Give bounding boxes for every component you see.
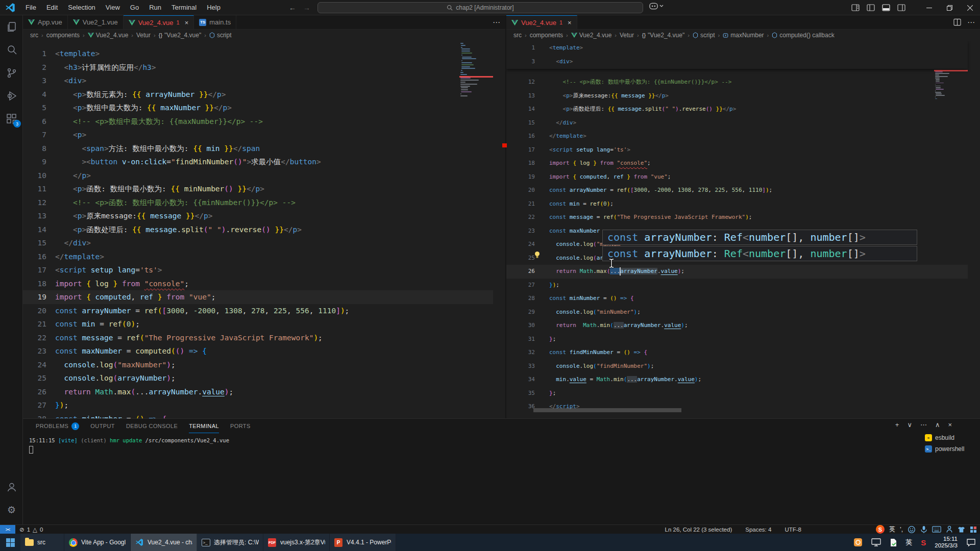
code-line[interactable]: 1<template> [23,47,493,61]
breadcrumb-src[interactable]: src [30,32,38,39]
toggle-panel-icon[interactable] [882,4,890,12]
tab-app-vue[interactable]: App.vue [23,15,68,29]
code-line[interactable]: 22const message = ref("The Progressive J… [23,331,493,345]
search-view-icon[interactable] [0,38,23,61]
code-line[interactable]: 28const minNumber = () => { [506,292,968,306]
remote-indicator[interactable]: >< [0,525,15,534]
close-panel-icon[interactable]: × [948,421,952,429]
cursor-position[interactable]: Ln 26, Col 22 (3 selected) [665,527,732,533]
breadcrumb-quoted-file[interactable]: {}"Vue2_4.vue" [642,32,685,39]
ime-punctuation-toggle[interactable]: ’, [900,526,903,533]
split-editor-icon[interactable] [953,18,961,26]
menu-file[interactable]: File [21,2,40,13]
sogou-logo-icon[interactable]: S [876,525,885,534]
code-line[interactable]: 31}; [506,333,968,346]
code-line[interactable]: 18import { log } from "console"; [506,157,968,170]
code-line[interactable]: 25 console.log(arrayNumber); [23,371,493,385]
code-line[interactable]: 11 <p>函数: 数组中最小数为: {{ minNumber() }}</p> [23,182,493,196]
breadcrumb-components[interactable]: components [530,32,563,39]
taskbar-console[interactable]: >_ 选择管理员: C:\Wi... [197,534,263,551]
copilot-button[interactable] [649,3,664,10]
menu-selection[interactable]: Selection [64,2,99,13]
command-center-search[interactable]: chap2 [Administrator] [317,2,643,13]
code-line[interactable]: 9 ><button v-on:click="findMinNumber()">… [23,155,493,169]
breadcrumb-src[interactable]: src [513,32,522,39]
code-line[interactable]: 4 <p>数组元素为: {{ arrayNumber }}</p> [23,88,493,102]
tab-problems[interactable]: PROBLEMS1 [36,419,79,433]
terminal-dropdown-icon[interactable]: ∨ [907,421,912,429]
indentation[interactable]: Spaces: 4 [745,527,771,533]
explorer-icon[interactable] [0,15,23,38]
tray-sogou-icon[interactable]: S [921,538,926,547]
menu-help[interactable]: Help [203,2,225,13]
microphone-icon[interactable] [920,525,927,534]
breadcrumb-maxnumber[interactable]: maxNumber [723,32,764,39]
taskbar-pdf[interactable]: PDF vuejs3.x-第2章Vue... [263,534,330,551]
encoding[interactable]: UTF-8 [785,527,801,533]
quick-fix-lightbulb-icon[interactable] [534,251,541,259]
code-line[interactable]: 20const arrayNumber = ref([3000, -2000, … [506,184,968,197]
code-line[interactable]: 33 console.log("findMinNumber"); [506,360,968,373]
code-line[interactable]: 18import { log } from "console"; [23,277,493,291]
taskbar-explorer-src[interactable]: src [20,534,64,551]
tray-app-icon[interactable] [853,538,863,547]
customize-layout-icon[interactable] [851,4,860,12]
breadcrumb-vetur[interactable]: Vetur [136,32,151,39]
minimize-button[interactable] [919,0,939,15]
display-project-icon[interactable] [871,538,881,546]
minimap-right[interactable] [934,41,968,418]
source-control-icon[interactable] [0,61,23,84]
settings-gear-icon[interactable]: ⚙ [0,498,23,521]
notes-sync-icon[interactable] [890,538,897,547]
breadcrumb-script[interactable]: script [693,32,715,39]
code-line[interactable]: 28const minNumber = () => { [23,412,493,419]
problems-summary[interactable]: ⊘1 △0 [15,526,43,533]
taskbar-vscode[interactable]: Vue2_4.vue - cha... [131,534,197,551]
toggle-secondary-sidebar-icon[interactable] [897,4,905,12]
code-line[interactable]: 3 <div> [23,74,493,88]
breadcrumb-components[interactable]: components [46,32,80,39]
minimap-left[interactable] [459,41,493,418]
code-line[interactable]: 5 <p>数组中最大数为: {{ maxNumber }}</p> [23,101,493,115]
breadcrumb-vetur[interactable]: Vetur [620,32,634,39]
clock[interactable]: 15:11 2025/3/3 [935,536,958,549]
terminal-output[interactable]: 15:11:15 [vite] (client) hmr update /src… [29,436,924,454]
menu-terminal[interactable]: Terminal [167,2,201,13]
code-line[interactable]: 27}); [506,279,968,292]
code-line[interactable]: 19import { computed, ref } from "vue"; [23,290,493,304]
code-line[interactable]: 32const findMinNumber = () => { [506,346,968,360]
breadcrumb-file[interactable]: Vue2_4.vue [88,32,129,39]
tab-terminal[interactable]: TERMINAL [189,419,219,433]
start-button[interactable] [0,534,20,551]
account-icon[interactable] [0,475,23,498]
code-line[interactable]: 26 return Math.max(...arrayNumber.value)… [506,265,968,279]
code-editor-left[interactable]: 1<template>2 <h3>计算属性的应用</h3>3 <div>4 <p… [23,41,505,418]
sticky-scroll[interactable]: 1<template>3 <div> [506,41,968,69]
taskbar-chrome-vite[interactable]: Vite App - Googl... [64,534,131,551]
terminal-item-esbuild[interactable]: »esbuild [925,432,976,443]
history-forward-icon[interactable]: → [303,4,310,12]
code-line[interactable]: 22const message = ref("The Progressive J… [506,211,968,224]
restore-button[interactable] [939,0,960,15]
code-line[interactable]: 26 return Math.max(...arrayNumber.value)… [23,385,493,399]
maximize-panel-icon[interactable]: ∧ [935,421,940,429]
tab-vue2-4-vue[interactable]: Vue2_4.vue 1 × [124,15,194,29]
code-line[interactable]: 12 <!-- <p>函数: 数组中最小数为: {{minNumber()}}<… [23,196,493,210]
tab-close-icon[interactable]: × [185,19,189,27]
toolbox-grid-icon[interactable] [970,526,977,533]
code-line[interactable]: 24 console.log("maxNumber"); [23,358,493,372]
code-line[interactable]: 19import { computed, ref } from "vue"; [506,170,968,184]
taskbar-powerpoint[interactable]: P V4.4.1 - PowerPoi... [330,534,396,551]
code-line[interactable]: 20const arrayNumber = ref([3000, -2000, … [23,304,493,318]
horizontal-scrollbar[interactable] [533,408,681,412]
code-line[interactable]: 17<script setup lang='ts'> [506,143,968,157]
tab-debug-console[interactable]: DEBUG CONSOLE [126,419,178,433]
breadcrumb-file[interactable]: Vue2_4.vue [571,32,612,39]
code-line[interactable]: 17<script setup lang='ts'> [23,263,493,277]
emoji-icon[interactable] [908,525,916,534]
menu-view[interactable]: View [102,2,124,13]
code-line[interactable]: 29 console.log("minNumber"); [506,306,968,319]
close-window-button[interactable] [960,0,980,15]
code-line[interactable]: 2 <h3>计算属性的应用</h3> [23,61,493,74]
ime-language-toggle[interactable]: 英 [889,525,895,534]
